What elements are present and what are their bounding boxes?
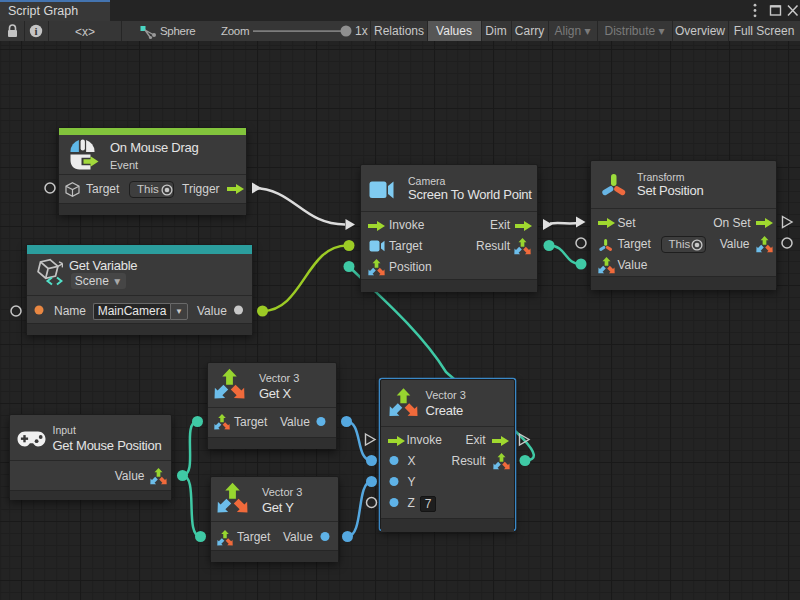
svg-text:<x>: <x> bbox=[75, 25, 95, 39]
svg-text:i: i bbox=[34, 25, 37, 37]
